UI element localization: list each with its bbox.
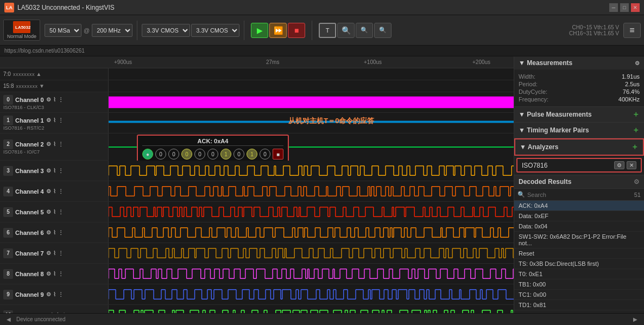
scroll-left-button[interactable]: ◀	[4, 316, 13, 322]
decoded-item[interactable]: Data: 0xEF	[514, 211, 644, 221]
meas-period: Period: 2.5us	[519, 80, 640, 88]
close-button[interactable]: ✕	[631, 3, 640, 12]
timing-section: ▼ Timing Marker Pairs ＋	[514, 123, 644, 138]
decoded-item[interactable]: TS: 0x3B Dsc:Direct(LSB first)	[514, 259, 644, 269]
ch-dots-10[interactable]: ⋮	[61, 312, 67, 313]
pulse-add-button[interactable]: ＋	[632, 110, 640, 119]
ch-wave-0[interactable]: ⌇	[53, 97, 56, 103]
ch-gear-1[interactable]: ⚙	[46, 117, 51, 123]
ch-dots-1[interactable]: ⋮	[58, 117, 64, 123]
ch-dots-7[interactable]: ⋮	[58, 250, 64, 256]
minimize-button[interactable]: ─	[609, 3, 618, 12]
ch-gear-10[interactable]: ⚙	[49, 312, 54, 313]
ch-wave-4[interactable]: ⌇	[53, 188, 56, 194]
channel-waveform-3[interactable]	[109, 161, 514, 181]
analyzers-add-button[interactable]: ＋	[631, 142, 639, 152]
channel-waveform-1[interactable]: 从机对主机T＝0命令的应答	[109, 113, 514, 133]
cg-arrow-7-0[interactable]: ▲	[36, 71, 41, 77]
decoded-item[interactable]: TD1: 0x81	[514, 300, 644, 310]
channel-waveform-4[interactable]	[109, 181, 514, 201]
pulse-header[interactable]: ▼ Pulse Measurements ＋	[514, 107, 644, 122]
timing-header[interactable]: ▼ Timing Marker Pairs ＋	[514, 123, 644, 138]
ch-dots-8[interactable]: ⋮	[58, 271, 64, 277]
ch-wave-2[interactable]: ⌇	[53, 141, 56, 147]
ch-gear-9[interactable]: ⚙	[46, 291, 51, 297]
frequency-select[interactable]: 200 MHz	[92, 24, 132, 37]
channel-waveform-5[interactable]	[109, 202, 514, 222]
ch-dots-4[interactable]: ⋮	[58, 188, 64, 194]
decoded-list: ACK: 0xA4Data: 0xEFData: 0x04SW1-SW2: 0x…	[514, 201, 644, 313]
text-button[interactable]: T	[319, 23, 336, 38]
run2-button[interactable]: ⏩	[269, 23, 287, 38]
decoded-item[interactable]: Data: 0x04	[514, 221, 644, 232]
channel-waveform-2[interactable]: ACK: 0xA4 ● 0 0 0 0 0 1 0 1 0 ■	[109, 133, 514, 161]
channel-name-2: 2 Channel 2 ⚙ ⌇ ⋮	[3, 139, 105, 149]
ch-wave-6[interactable]: ⌇	[53, 230, 56, 235]
wf-overlay-title: ACK: 0xA4	[142, 138, 283, 146]
maximize-button[interactable]: □	[620, 3, 629, 12]
ch-dots-9[interactable]: ⋮	[58, 291, 64, 297]
decoded-item[interactable]: TD2: 0x31	[514, 310, 644, 313]
measurements-header[interactable]: ▼ Measurements ⚙	[514, 56, 644, 69]
channel-waveform-10[interactable]	[109, 305, 514, 313]
sample-rate-select[interactable]: 50 MSa	[45, 24, 81, 37]
decoded-item[interactable]: SW1-SW2: 0x6A82 Dsc:P1-P2 Error:File not…	[514, 232, 644, 248]
ch-wave-7[interactable]: ⌇	[53, 250, 56, 256]
ch-wave-9[interactable]: ⌇	[53, 291, 56, 297]
ch-wave-3[interactable]: ⌇	[53, 168, 56, 174]
ch-dots-6[interactable]: ⋮	[58, 230, 64, 235]
ch-gear-8[interactable]: ⚙	[46, 271, 51, 277]
ch-wave-10[interactable]: ⌇	[56, 312, 59, 313]
scroll-right-button[interactable]: ▶	[631, 316, 640, 322]
bit-2: 0	[168, 149, 179, 160]
voltage2-select[interactable]: 3.3V CMOS	[191, 24, 239, 37]
channel-waveform-0[interactable]	[109, 92, 514, 112]
window-controls: ─ □ ✕	[609, 3, 640, 12]
channel-label-4: 4 Channel 4 ⚙ ⌇ ⋮	[0, 181, 109, 201]
bit-4: 0	[194, 149, 205, 160]
channel-waveform-7[interactable]	[109, 243, 514, 263]
search-input[interactable]	[527, 192, 632, 198]
ch-dots-0[interactable]: ⋮	[58, 97, 64, 103]
ch-gear-0[interactable]: ⚙	[46, 97, 51, 103]
zoom-button-2[interactable]: 🔍	[356, 23, 373, 38]
voltage1-select[interactable]: 3.3V CMOS	[142, 24, 190, 37]
decoded-item[interactable]: Reset	[514, 248, 644, 259]
ch-gear-6[interactable]: ⚙	[46, 230, 51, 235]
analyzer-gear-button[interactable]: ⚙	[614, 161, 624, 169]
ch-wave-8[interactable]: ⌇	[53, 271, 56, 277]
zoom-button-1[interactable]: 🔍	[337, 23, 355, 38]
decoded-item[interactable]: TB1: 0x00	[514, 279, 644, 290]
ch-gear-3[interactable]: ⚙	[46, 168, 51, 174]
measurements-gear[interactable]: ⚙	[635, 60, 640, 66]
channel-waveform-6[interactable]	[109, 222, 514, 243]
control-buttons: ▶ ⏩ ■	[251, 23, 305, 38]
ch-gear-4[interactable]: ⚙	[46, 188, 51, 194]
decoded-item[interactable]: TC1: 0x00	[514, 290, 644, 300]
analyzers-header[interactable]: ▼ Analyzers ＋	[514, 138, 644, 156]
zoom-button-3[interactable]: 🔍	[374, 23, 392, 38]
bit-8: 1	[247, 149, 257, 160]
run-button[interactable]: ▶	[251, 23, 268, 38]
channel-label-7: 7 Channel 7 ⚙ ⌇ ⋮	[0, 243, 109, 263]
ch-wave-5[interactable]: ⌇	[53, 209, 56, 215]
stop-button[interactable]: ■	[288, 23, 305, 38]
channel-waveform-9[interactable]	[109, 284, 514, 304]
decoded-item[interactable]: ACK: 0xA4	[514, 201, 644, 211]
time-mark-2: 27ms	[266, 59, 279, 65]
ch-gear-5[interactable]: ⚙	[46, 209, 51, 215]
decoded-item[interactable]: T0: 0xE1	[514, 269, 644, 279]
analyzer-close-button[interactable]: ✕	[627, 161, 636, 169]
channel-waveform-8[interactable]	[109, 264, 514, 284]
ch-gear-7[interactable]: ⚙	[46, 250, 51, 256]
ch-dots-5[interactable]: ⋮	[58, 209, 64, 215]
timing-add-button[interactable]: ＋	[632, 125, 640, 135]
ch-gear-2[interactable]: ⚙	[46, 141, 51, 147]
cg-arrow-15-8[interactable]: ▼	[39, 83, 45, 89]
ch-dots-2[interactable]: ⋮	[58, 141, 64, 147]
ch-wave-1[interactable]: ⌇	[53, 117, 56, 123]
menu-button[interactable]: ≡	[623, 23, 641, 38]
search-icon: 🔍	[517, 191, 525, 198]
decoded-gear-icon[interactable]: ⚙	[634, 178, 640, 186]
ch-dots-3[interactable]: ⋮	[58, 168, 64, 174]
